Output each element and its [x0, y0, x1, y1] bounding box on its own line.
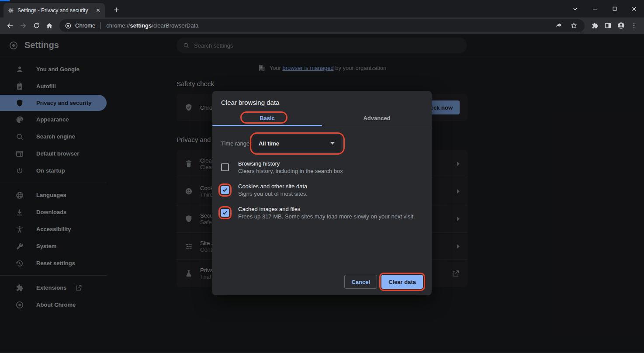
extensions-puzzle-icon[interactable] [588, 19, 601, 32]
clear-browsing-data-dialog: Clear browsing data Basic Advanced Time … [212, 91, 432, 295]
new-tab-button[interactable] [110, 3, 122, 16]
dropdown-caret-icon [330, 142, 335, 145]
browser-toolbar: Chrome chrome://settings/clearBrowserDat… [0, 17, 644, 34]
clear-data-button[interactable]: Clear data [381, 275, 423, 289]
url-divider [100, 22, 101, 29]
home-icon[interactable] [43, 19, 56, 32]
cached-images-checkbox[interactable] [221, 209, 229, 217]
cookies-checkbox[interactable] [221, 186, 229, 194]
cancel-button[interactable]: Cancel [344, 275, 377, 289]
back-icon[interactable] [3, 19, 17, 32]
reload-icon[interactable] [30, 19, 43, 32]
chrome-logo-icon [65, 22, 72, 29]
url-brand-label: Chrome [75, 22, 95, 29]
dialog-item-cached-images: Cached images and filesFrees up 317 MB. … [221, 205, 423, 220]
settings-page: Settings Search settings You and Google … [0, 34, 644, 353]
time-range-label: Time range [221, 140, 253, 147]
tab-search-chevron-icon[interactable] [565, 0, 585, 17]
address-bar[interactable]: Chrome chrome://settings/clearBrowserDat… [59, 19, 585, 32]
time-range-dropdown[interactable]: All time [253, 135, 341, 152]
url-text: chrome://settings/clearBrowserData [106, 22, 550, 29]
kebab-menu-icon[interactable] [627, 19, 641, 32]
tab-title: Settings - Privacy and security [17, 7, 92, 14]
tab-basic[interactable]: Basic [212, 111, 322, 126]
dialog-tabs: Basic Advanced [212, 111, 432, 126]
minimize-icon[interactable] [585, 0, 605, 17]
browser-tab[interactable]: Settings - Privacy and security [3, 3, 105, 17]
maximize-icon[interactable] [605, 0, 624, 17]
side-panel-icon[interactable] [601, 19, 614, 32]
tab-close-icon[interactable] [96, 8, 100, 13]
share-icon[interactable] [553, 22, 564, 29]
dialog-item-browsing-history: Browsing historyClears history, includin… [221, 160, 423, 175]
time-range-row: Time range All time [221, 135, 423, 152]
selected-tab-underline [212, 125, 322, 126]
tab-advanced[interactable]: Advanced [322, 111, 432, 126]
checkmark-icon [222, 210, 228, 216]
profile-avatar-icon[interactable] [614, 19, 627, 32]
window-controls [565, 0, 644, 17]
bookmark-star-icon[interactable] [568, 22, 579, 29]
window-title-bar: Settings - Privacy and security [0, 0, 644, 17]
forward-icon[interactable] [17, 19, 30, 32]
dialog-title: Clear browsing data [212, 91, 432, 111]
checkmark-icon [222, 187, 228, 193]
dialog-item-cookies: Cookies and other site dataSigns you out… [221, 183, 423, 197]
browsing-history-checkbox[interactable] [221, 163, 229, 171]
top-left-blue-strip [0, 0, 10, 1]
settings-gear-favicon-icon [8, 7, 14, 14]
close-window-icon[interactable] [624, 0, 644, 17]
